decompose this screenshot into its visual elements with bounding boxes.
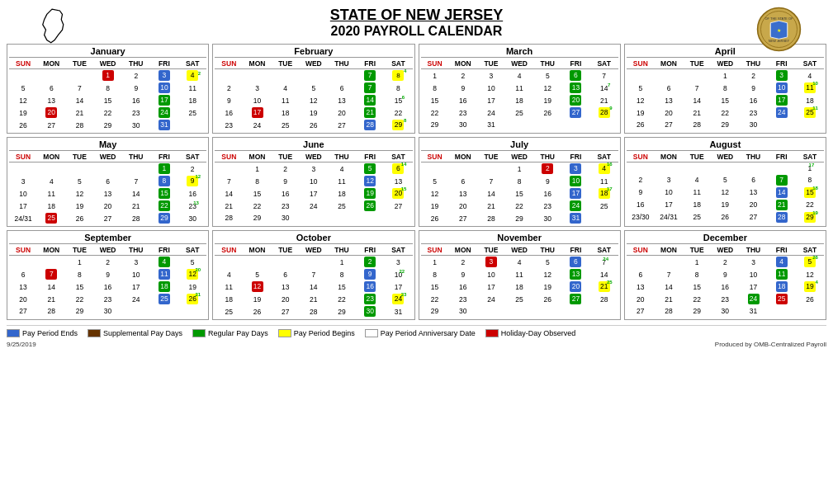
svg-text:OF THE STATE OF: OF THE STATE OF (765, 16, 793, 21)
footer: 9/25/2019 Produced by OMB-Centralized Pa… (7, 341, 826, 348)
svg-text:★: ★ (777, 27, 781, 33)
legend-pay-period-ends-label: Pay Period Ends (22, 329, 78, 337)
calendar-may: May SUNMONTUEWEDTHUFRISAT 12 345678 912 … (7, 137, 209, 227)
calendar-february: February SUNMONTUEWEDTHUFRISAT 7 84 2345… (212, 44, 414, 134)
calendar-october: October SUNMONTUEWEDTHUFRISAT 123 456789… (212, 230, 414, 320)
legend-anniversary-label: Pay Period Anniversary Date (381, 329, 476, 337)
legend-supplemental-pay: Supplemental Pay Days (88, 329, 182, 337)
main-title: STATE OF NEW JERSEY (7, 7, 826, 24)
may-title: May (9, 139, 206, 151)
sub-title: 2020 PAYROLL CALENDAR (7, 24, 826, 39)
legend-pay-period-ends: Pay Period Ends (7, 329, 78, 337)
october-title: October (215, 233, 412, 244)
legend-brown-box (88, 329, 101, 337)
march-title: March (421, 46, 618, 58)
legend-regular-pay-label: Regular Pay Days (208, 329, 268, 337)
january-title: January (9, 46, 206, 58)
nj-state-seal: OF THE STATE OF NEW JERSEY ★ (756, 7, 802, 52)
december-title: December (627, 233, 824, 244)
legend-holiday-label: Holiday-Day Observed (501, 329, 576, 337)
legend-pay-period-begins-label: Pay Period Begins (294, 329, 355, 337)
page-header: OF THE STATE OF NEW JERSEY ★ STATE OF NE… (7, 7, 826, 39)
legend-green-box (192, 329, 206, 337)
legend-blue-box (7, 329, 20, 337)
legend: Pay Period Ends Supplemental Pay Days Re… (7, 325, 826, 337)
legend-red-box (485, 329, 499, 337)
legend-holiday: Holiday-Day Observed (485, 329, 576, 337)
footer-date: 9/25/2019 (7, 341, 36, 348)
calendars-grid: January SUNMONTUEWEDTHUFRISAT 123 42 567… (7, 44, 826, 320)
legend-regular-pay: Regular Pay Days (192, 329, 268, 337)
calendar-july: July SUNMONTUEWEDTHUFRISAT 123 416 56789… (419, 137, 621, 227)
calendar-january: January SUNMONTUEWEDTHUFRISAT 123 42 567… (7, 44, 209, 134)
june-title: June (215, 139, 412, 151)
september-title: September (9, 233, 206, 244)
calendar-april: April SUNMONTUEWEDTHUFRISAT 1234 5678910… (624, 44, 826, 134)
calendar-august: August SUNMONTUEWEDTHUFRISAT 117 2345678… (624, 137, 826, 227)
legend-pay-period-begins: Pay Period Begins (278, 329, 355, 337)
calendar-march: March SUNMONTUEWEDTHUFRISAT 1234567 8910… (419, 44, 621, 134)
calendar-november: November SUNMONTUEWEDTHUFRISAT 123456 72… (419, 230, 621, 320)
legend-supplemental-pay-label: Supplemental Pay Days (103, 329, 182, 337)
calendar-june: June SUNMONTUEWEDTHUFRISAT 12345 614 789… (212, 137, 414, 227)
nj-state-outline (31, 7, 73, 48)
august-title: August (627, 139, 824, 151)
november-title: November (421, 233, 618, 244)
legend-yellow-box (278, 329, 291, 337)
calendar-september: September SUNMONTUEWEDTHUFRISAT 12345 67… (7, 230, 209, 320)
calendar-december: December SUNMONTUEWEDTHUFRISAT 1234 526 … (624, 230, 826, 320)
footer-credit: Produced by OMB-Centralized Payroll (715, 341, 826, 348)
svg-text:NEW JERSEY: NEW JERSEY (769, 39, 790, 43)
legend-anniversary: Pay Period Anniversary Date (365, 329, 476, 337)
february-title: February (215, 46, 412, 58)
july-title: July (421, 139, 618, 151)
legend-white-box (365, 329, 378, 337)
